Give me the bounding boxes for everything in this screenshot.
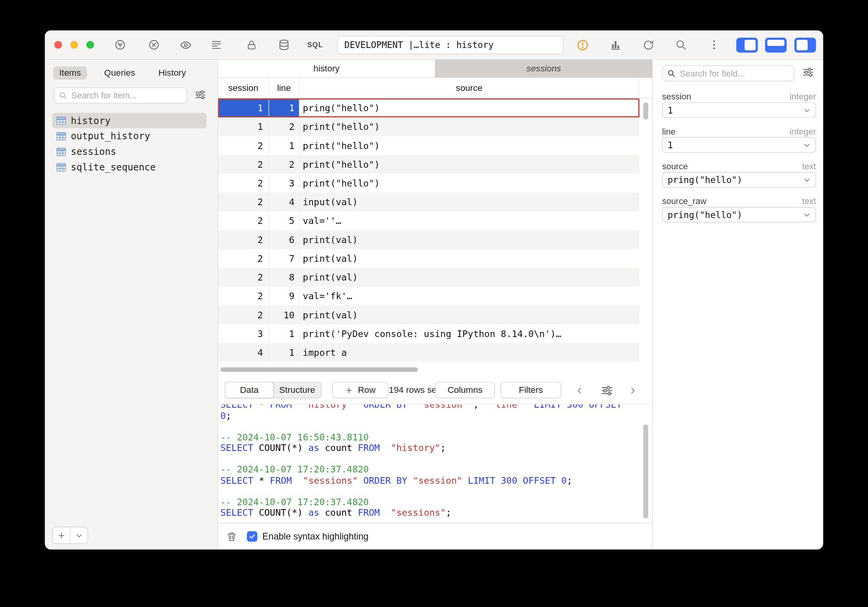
cell-source: pring("hello") xyxy=(299,98,639,117)
lock-icon[interactable] xyxy=(244,37,259,53)
table-row[interactable]: 41import a xyxy=(218,343,639,362)
toggle-bottom-panel-button[interactable] xyxy=(765,37,786,52)
sql-log-scrollbar[interactable] xyxy=(643,424,648,518)
zoom-window-button[interactable] xyxy=(86,41,94,49)
column-header-session[interactable]: session xyxy=(218,78,269,98)
tab-history[interactable]: history xyxy=(218,60,435,77)
cell-source: print("hello") xyxy=(299,117,639,136)
sql-badge: SQL xyxy=(307,41,323,49)
previous-page-icon[interactable] xyxy=(573,383,587,398)
search-icon xyxy=(667,69,675,77)
table-row[interactable]: 25val=''… xyxy=(218,211,639,230)
chevron-down-icon xyxy=(803,176,810,183)
chevron-down-icon xyxy=(803,106,810,114)
toggle-right-panel-button[interactable] xyxy=(794,37,816,52)
table-row[interactable]: 23print("hello") xyxy=(218,174,639,192)
sidebar-tab-history[interactable]: History xyxy=(158,68,186,78)
chart-icon[interactable] xyxy=(608,37,623,53)
field-value-dropdown[interactable]: pring("hello") xyxy=(662,172,816,188)
plus-icon xyxy=(345,386,353,394)
cell-line: 9 xyxy=(269,287,299,305)
add-row-button[interactable]: Row xyxy=(332,382,389,399)
structure-mode-button[interactable]: Structure xyxy=(273,382,321,398)
cell-source: print(val) xyxy=(299,305,639,324)
sidebar-tab-items[interactable]: Items xyxy=(53,66,87,80)
field-value-dropdown[interactable]: 1 xyxy=(662,102,816,118)
table-row[interactable]: 11pring("hello") xyxy=(218,98,639,117)
chevron-down-icon xyxy=(803,211,810,218)
field-group-source_raw: source_rawtextpring("hello") xyxy=(653,196,823,231)
cell-source: print("hello") xyxy=(299,155,639,174)
field-group-session: sessioninteger1 xyxy=(653,91,823,126)
left-panel-glyph xyxy=(745,40,756,50)
cell-line: 2 xyxy=(269,155,299,174)
field-filter-sliders-icon[interactable] xyxy=(803,67,814,77)
tab-sessions[interactable]: sessions xyxy=(435,60,652,77)
toggle-left-panel-button[interactable] xyxy=(736,37,758,52)
search-icon[interactable] xyxy=(673,37,689,53)
table-row[interactable]: 21print("hello") xyxy=(218,136,639,155)
chevron-down-icon xyxy=(75,531,83,539)
syntax-highlight-checkbox[interactable] xyxy=(247,531,258,542)
field-value: 1 xyxy=(668,105,673,115)
field-name: source_raw xyxy=(662,196,706,206)
vertical-scrollbar[interactable] xyxy=(643,102,648,119)
right-panel-glyph xyxy=(797,40,808,50)
trash-icon[interactable] xyxy=(226,531,238,542)
filters-button[interactable]: Filters xyxy=(500,382,561,399)
item-search-input[interactable] xyxy=(70,90,182,101)
cell-source: input(val) xyxy=(299,193,639,211)
warning-icon[interactable] xyxy=(575,37,590,53)
cell-source: print("hello") xyxy=(299,174,639,192)
field-search-field[interactable] xyxy=(662,65,794,81)
data-mode-button[interactable]: Data xyxy=(225,382,274,399)
sidebar-item-label: output_history xyxy=(71,131,150,142)
field-search-input[interactable] xyxy=(679,68,790,79)
add-item-button[interactable] xyxy=(53,527,70,543)
table-row[interactable]: 28print(val) xyxy=(218,268,639,287)
disconnect-icon[interactable] xyxy=(146,37,162,53)
sql-log-line: SELECT * FROM "sessions" ORDER BY "sessi… xyxy=(221,475,640,486)
field-value-dropdown[interactable]: pring("hello") xyxy=(662,207,816,222)
connection-icon[interactable] xyxy=(112,37,128,53)
cell-session: 2 xyxy=(218,193,269,211)
table-header: session line source xyxy=(218,78,652,98)
cell-line: 1 xyxy=(269,136,299,155)
field-type: text xyxy=(802,196,816,206)
minimize-window-button[interactable] xyxy=(70,41,78,49)
add-item-menu-button[interactable] xyxy=(70,527,87,543)
table-row[interactable]: 22print("hello") xyxy=(218,155,639,174)
sidebar-item-sqlite_sequence[interactable]: sqlite_sequence xyxy=(52,159,206,175)
item-filter-sliders-icon[interactable] xyxy=(195,90,206,99)
connection-title-field[interactable]: DEVELOPMENT |…lite : history xyxy=(337,36,564,54)
sidebar-item-sessions[interactable]: sessions xyxy=(52,144,206,160)
eye-icon[interactable] xyxy=(178,37,193,53)
table-row[interactable]: 29val='fk'… xyxy=(218,287,639,305)
cell-session: 4 xyxy=(218,343,269,362)
refresh-icon[interactable] xyxy=(640,37,656,53)
field-labels: sessioninteger xyxy=(653,91,823,102)
columns-button[interactable]: Columns xyxy=(435,382,495,399)
column-header-source[interactable]: source xyxy=(299,78,639,98)
table-row[interactable]: 26print(val) xyxy=(218,230,639,249)
next-page-icon[interactable] xyxy=(626,383,640,398)
close-window-button[interactable] xyxy=(54,41,62,49)
sidebar-item-output_history[interactable]: output_history xyxy=(52,128,206,144)
rows-view-icon[interactable] xyxy=(209,37,224,53)
table-row[interactable]: 24input(val) xyxy=(218,193,639,211)
sidebar-item-history[interactable]: history xyxy=(52,113,206,128)
item-search-field[interactable] xyxy=(54,87,187,103)
column-header-line[interactable]: line xyxy=(269,78,299,98)
field-group-line: lineinteger1 xyxy=(653,126,823,161)
horizontal-scrollbar[interactable] xyxy=(221,367,418,372)
sidebar-tab-queries[interactable]: Queries xyxy=(104,68,135,78)
field-value-dropdown[interactable]: 1 xyxy=(662,137,816,153)
table-row[interactable]: 31print('PyDev console: using IPython 8.… xyxy=(218,324,639,343)
table-row[interactable]: 12print("hello") xyxy=(218,117,639,136)
table-row[interactable]: 210print(val) xyxy=(218,305,639,324)
table-row[interactable]: 27print(val) xyxy=(218,249,639,268)
more-options-icon[interactable] xyxy=(706,37,722,53)
sql-log-line: SELECT * FROM "history" ORDER BY "sessio… xyxy=(221,404,640,410)
database-icon[interactable] xyxy=(276,37,292,53)
grid-settings-sliders-icon[interactable] xyxy=(599,383,614,398)
